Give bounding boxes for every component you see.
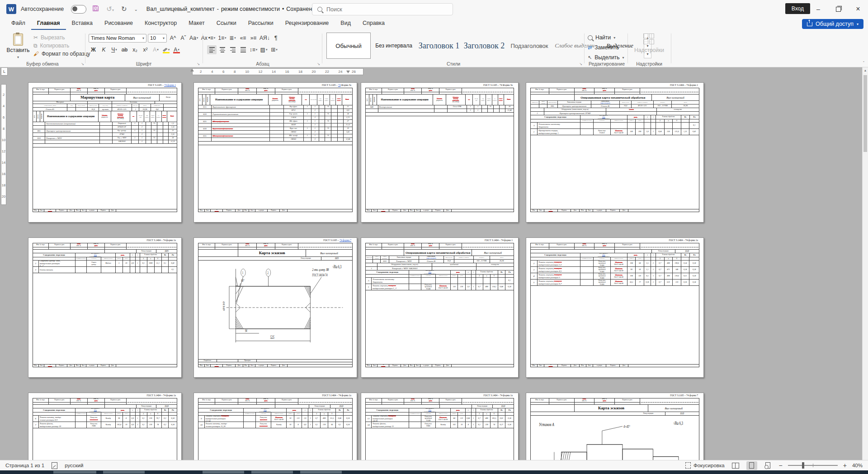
subscript-button[interactable]: x₂ [130, 45, 140, 54]
underline-button[interactable]: Ч▾ [109, 45, 119, 54]
scroll-up-icon[interactable]: ▲ [863, 67, 868, 73]
bold-button[interactable]: Ж [89, 45, 98, 54]
tab-help[interactable]: Справка [357, 18, 391, 30]
horizontal-ruler[interactable]: L 2468101214161820222426 [0, 67, 863, 76]
zoom-out-button[interactable]: − [779, 462, 783, 469]
redo-button[interactable]: ↻ [120, 5, 128, 13]
zoom-slider-thumb[interactable] [802, 462, 804, 469]
shading-button[interactable]: ▨▾ [259, 45, 269, 54]
share-button[interactable]: Общий доступ ▾ [802, 19, 863, 29]
paragraph-dialog-launcher-icon[interactable]: ↘ [317, 62, 320, 66]
style-item-4[interactable]: Подзаголовок [507, 33, 552, 59]
document-page-9[interactable]: ГОСТ 3.1404 – 74 форма 1аИнв. № подл.Под… [28, 393, 182, 460]
text-effects-button[interactable]: А▾ [151, 45, 160, 54]
tab-file[interactable]: Файл [5, 18, 31, 30]
addins-button[interactable]: Надстройки [628, 33, 670, 53]
highlight-button[interactable]: ▾ [161, 45, 171, 54]
styles-dialog-launcher-icon[interactable]: ↘ [579, 62, 582, 66]
style-item-3[interactable]: Заголовок 2 [462, 33, 506, 59]
shrink-font-button[interactable]: Аˇ [179, 33, 188, 43]
tab-mailings[interactable]: Рассылки [242, 18, 279, 30]
document-page-6[interactable]: ГОСТ 3.1105 – 74 форма 7Инв. № подл.Подп… [193, 237, 357, 378]
print-layout-button[interactable] [746, 461, 757, 470]
close-button[interactable]: × [848, 0, 868, 18]
document-page-4[interactable]: ГОСТ 3.1404 – 74 форма 1Инв. № подл.Подп… [526, 82, 704, 223]
right-indent-marker-icon[interactable] [346, 71, 350, 75]
borders-button[interactable]: ⊞▾ [269, 45, 279, 54]
line-spacing-button[interactable]: ↕≡▾ [249, 45, 258, 54]
language-indicator[interactable]: русский [65, 463, 83, 468]
increase-indent-button[interactable]: »≡ [249, 33, 258, 43]
tab-home[interactable]: Главная [31, 18, 66, 30]
numbered-list-button[interactable]: 1≡▾ [217, 33, 227, 43]
word-logo-icon[interactable]: W [6, 4, 16, 14]
restore-button[interactable] [828, 0, 848, 18]
document-page-5[interactable]: ГОСТ 3.1404 – 74 форма 1аИнв. № подл.Под… [28, 237, 182, 378]
clipboard-dialog-launcher-icon[interactable]: ↘ [81, 62, 84, 66]
minimize-button[interactable]: – [808, 0, 828, 18]
select-button[interactable]: ↖Выделить▾ [588, 53, 624, 62]
document-page-1[interactable]: ГОСТ 3.1105 – 74 форма 1Инв. № подл.Подп… [28, 82, 182, 223]
copy-button[interactable]: ⧉Копировать [33, 43, 90, 49]
web-layout-button[interactable] [763, 461, 774, 470]
zoom-in-button[interactable]: + [843, 462, 847, 469]
autosave-toggle[interactable] [71, 5, 86, 14]
vertical-scrollbar[interactable]: ▲ [862, 67, 868, 460]
multilevel-list-button[interactable]: ≣▾ [228, 33, 237, 43]
tab-draw[interactable]: Рисование [99, 18, 139, 30]
document-page-12[interactable]: ГОСТ 3.1105 – 74 форма 7Инв. № подл.Подп… [526, 393, 704, 460]
decrease-indent-button[interactable]: «≡ [238, 33, 248, 43]
font-color-button[interactable]: А▾ [172, 45, 181, 54]
justify-button[interactable] [238, 45, 248, 54]
undo-button[interactable]: ↺▾ [105, 5, 115, 13]
paste-button[interactable]: Вставить ▾ [6, 33, 30, 60]
tab-insert[interactable]: Вставка [66, 18, 99, 30]
save-button[interactable] [91, 5, 100, 13]
document-page-7[interactable]: ГОСТ 3.1404 – 74 форма 1Инв. № подл.Подп… [361, 237, 519, 378]
format-painter-button[interactable]: 🖌Формат по образцу [33, 51, 90, 57]
document-page-8[interactable]: ГОСТ 3.1404 – 74 форма 1аИнв. № подл.Под… [526, 237, 704, 378]
proofing-icon[interactable] [52, 462, 57, 469]
change-case-button[interactable]: Аа▾ [189, 33, 198, 43]
zoom-slider[interactable] [788, 465, 838, 466]
indent-marker-icon[interactable] [190, 67, 194, 71]
align-left-button[interactable] [207, 45, 217, 54]
tab-layout[interactable]: Макет [183, 18, 210, 30]
document-page-10[interactable]: ГОСТ 3.1404 – 74 форма 1аИнв. № подл.Под… [193, 393, 357, 460]
tab-design[interactable]: Конструктор [139, 18, 183, 30]
cut-button[interactable]: ✂Вырезать [33, 34, 90, 41]
document-page-3[interactable]: ГОСТ 3.1105 – 74 Форма 3аИнв. № подл.Под… [361, 82, 519, 223]
sign-in-button[interactable]: Вход [785, 3, 810, 14]
collapse-ribbon-icon[interactable]: ˇ [863, 61, 864, 65]
find-button[interactable]: Найти▾ [588, 33, 624, 42]
bullet-list-button[interactable]: •≡▾ [207, 33, 217, 43]
style-item-2[interactable]: Заголовок 1 [417, 33, 461, 59]
document-page-2[interactable]: ГОСТ 3.1105 – 74 Форма 3аИнв. № подл.Под… [193, 82, 357, 223]
read-mode-button[interactable] [730, 461, 741, 470]
style-item-0[interactable]: Обычный [326, 33, 371, 59]
focus-button[interactable]: Фокусировка [685, 462, 725, 469]
tab-selector[interactable]: L [1, 67, 8, 76]
font-family-select[interactable]: Times New Roman▾ [89, 34, 146, 43]
page-indicator[interactable]: Страница 1 из 1 [5, 463, 44, 468]
zoom-level[interactable]: 40% [852, 463, 863, 468]
grow-font-button[interactable]: А^ [168, 33, 178, 43]
vertical-ruler[interactable]: 2468101214161820 [0, 76, 6, 460]
font-dialog-launcher-icon[interactable]: ↘ [197, 62, 200, 66]
document-canvas[interactable]: ГОСТ 3.1105 – 74 форма 1Инв. № подл.Подп… [0, 76, 863, 460]
tab-review[interactable]: Рецензирование [279, 18, 335, 30]
italic-button[interactable]: K [99, 45, 108, 54]
scrollbar-thumb[interactable] [863, 75, 867, 152]
paragraph-marks-button[interactable]: ¶ [271, 33, 281, 43]
document-page-11[interactable]: ГОСТ 3.1404 – 74 форма 1аИнв. № подл.Под… [361, 393, 519, 460]
tab-view[interactable]: Вид [335, 18, 357, 30]
quick-access-more-icon[interactable]: ⌄ [132, 7, 139, 12]
strikethrough-button[interactable]: ab [120, 45, 129, 54]
superscript-button[interactable]: x² [141, 45, 150, 54]
sort-button[interactable]: АЯ↓ [259, 33, 270, 43]
style-item-1[interactable]: Без интервала [372, 33, 416, 59]
tab-references[interactable]: Ссылки [211, 18, 242, 30]
replace-button[interactable]: ⇄Заменить [588, 43, 624, 52]
search-input[interactable]: Поиск [312, 3, 453, 15]
font-size-select[interactable]: 10▾ [148, 34, 167, 43]
